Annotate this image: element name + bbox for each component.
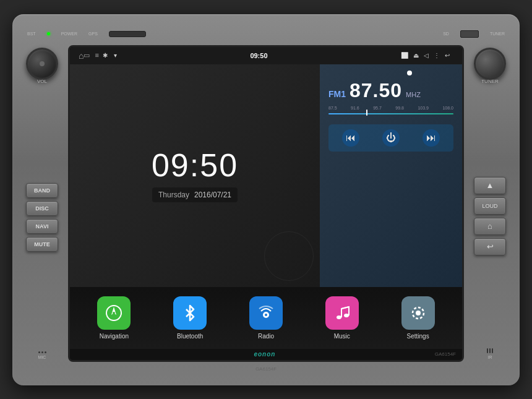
- status-time: 09:50: [250, 52, 267, 59]
- power-led: [47, 32, 50, 35]
- svg-point-8: [416, 311, 421, 315]
- radio-unit: MHZ: [406, 91, 421, 98]
- app-bluetooth[interactable]: Bluetooth: [173, 296, 207, 340]
- tuner-label: TUNER: [481, 79, 499, 84]
- top-bar-left: BST POWER GPS: [27, 31, 146, 37]
- scale-99: 99.8: [395, 106, 404, 110]
- app-navigation[interactable]: Navigation: [97, 296, 131, 340]
- scale-labels: 87.5 91.6 95.7 99.8 103.9 108.0: [328, 106, 453, 110]
- sd-label: SD: [443, 32, 449, 36]
- status-left: ✱ ▾: [103, 52, 117, 59]
- svg-line-7: [341, 307, 349, 309]
- usb-icon: ⏏: [413, 52, 419, 59]
- music-label: Music: [334, 333, 350, 340]
- radio-dot: [407, 71, 412, 75]
- radio-frequency: 87.50: [350, 79, 402, 102]
- settings-svg: [409, 304, 427, 322]
- navigation-label: Navigation: [100, 333, 129, 340]
- radio-controls: ⏮ ⏻ ⏭: [328, 124, 453, 152]
- svg-point-5: [337, 315, 341, 319]
- music-svg: [333, 304, 351, 322]
- nav-bar-icons: ▭ ≡: [84, 51, 98, 59]
- music-icon: [325, 296, 359, 330]
- radio-power-button[interactable]: ⏻: [382, 129, 400, 147]
- eonon-logo: eonon: [254, 351, 275, 358]
- scale-95: 95.7: [373, 106, 382, 110]
- navi-button[interactable]: NAVI: [26, 219, 58, 234]
- screen-content: 09:50 Thursday 2016/07/21 FM1 87.50: [70, 64, 462, 360]
- home-button[interactable]: ⌂: [474, 218, 506, 235]
- disc-button[interactable]: DISC: [26, 201, 58, 216]
- bottom-model: GA6154F: [255, 366, 277, 372]
- clock-date-row: Thursday 2016/07/21: [152, 187, 238, 202]
- vol-label: VOL: [37, 79, 47, 84]
- camera-icon: ⬜: [401, 52, 408, 59]
- top-content: 09:50 Thursday 2016/07/21 FM1 87.50: [70, 64, 462, 287]
- car-unit: BST POWER GPS SD TUNER VOL BAND DISC: [12, 14, 520, 385]
- gps-label: GPS: [88, 32, 98, 36]
- settings-label: Settings: [407, 333, 429, 340]
- radio-scale: 87.5 91.6 95.7 99.8 103.9 108.0: [328, 106, 453, 118]
- ir-holes: [487, 348, 493, 353]
- clock-circle-deco: [264, 231, 314, 281]
- top-bar: BST POWER GPS SD TUNER: [21, 25, 511, 43]
- screenshot-icon: ▭: [84, 51, 90, 59]
- radio-indicator: [366, 109, 367, 116]
- tuner-label-top: TUNER: [490, 32, 505, 36]
- band-button[interactable]: BAND: [26, 183, 58, 198]
- clock-section: 09:50 Thursday 2016/07/21: [70, 64, 320, 287]
- home-nav-icon[interactable]: ⌂: [79, 51, 84, 61]
- mic-label: MIC: [38, 355, 46, 359]
- bottom-bar: GA6154F: [21, 364, 511, 374]
- svg-point-6: [344, 314, 349, 317]
- sd-slot: [460, 30, 479, 38]
- scale-91: 91.6: [351, 106, 359, 110]
- volume-icon: ◁: [424, 52, 429, 59]
- mute-button[interactable]: MUTE: [26, 237, 58, 252]
- app-music[interactable]: Music: [325, 296, 359, 340]
- right-buttons: ▲ LOUD ⌂ ↩: [474, 88, 506, 345]
- app-grid: Navigation Bluetooth: [70, 287, 462, 349]
- ir-label: IR: [488, 355, 492, 359]
- scale-108: 108.0: [442, 106, 453, 110]
- model-number: GA6154F: [435, 351, 456, 357]
- scale-103: 103.9: [418, 106, 429, 110]
- radio-app-icon: [249, 296, 283, 330]
- bluetooth-svg: [181, 304, 199, 322]
- status-right: ⬜ ⏏ ◁ ⋮ ↩: [401, 52, 450, 59]
- tuner-knob[interactable]: [474, 48, 506, 80]
- eject-button[interactable]: ▲: [474, 177, 506, 194]
- radio-band: FM1: [328, 89, 346, 99]
- clock-date: 2016/07/21: [194, 191, 231, 199]
- top-bar-right: SD TUNER: [443, 30, 505, 38]
- radio-prev-button[interactable]: ⏮: [342, 129, 359, 147]
- scale-87: 87.5: [328, 106, 337, 110]
- android-nav-bar: ⌂ ▭ ≡ ✱ ▾ 09:50 ⬜ ⏏ ◁ ⋮ ↩: [70, 47, 462, 64]
- gps-slot: [109, 31, 146, 37]
- app-settings[interactable]: Settings: [401, 296, 435, 340]
- right-panel: TUNER ▲ LOUD ⌂ ↩ IR: [469, 45, 511, 362]
- mic-holes: [38, 351, 46, 353]
- back-hw-button[interactable]: ↩: [474, 238, 506, 255]
- app-radio[interactable]: Radio: [249, 296, 283, 340]
- svg-point-4: [265, 314, 267, 316]
- radio-svg: [257, 304, 275, 322]
- status-bar: ✱ ▾ 09:50 ⬜ ⏏ ◁ ⋮ ↩: [99, 48, 453, 63]
- navigation-svg: [105, 304, 123, 322]
- clock-time: 09:50: [152, 149, 238, 181]
- bluetooth-status-icon: ✱: [103, 52, 108, 59]
- radio-label: Radio: [258, 333, 274, 340]
- svg-point-2: [113, 312, 115, 314]
- settings-icon: [401, 296, 435, 330]
- power-label: POWER: [61, 32, 77, 36]
- left-buttons: BAND DISC NAVI MUTE: [26, 88, 58, 348]
- volume-knob[interactable]: [26, 48, 58, 80]
- loud-button[interactable]: LOUD: [474, 197, 506, 215]
- bluetooth-label: Bluetooth: [177, 333, 203, 340]
- clock-day: Thursday: [158, 191, 189, 199]
- radio-next-button[interactable]: ⏭: [423, 129, 440, 147]
- radio-section: FM1 87.50 MHZ 87.5 91.6 95.7 99.8 103.9: [320, 64, 462, 287]
- radio-scale-bar: [328, 113, 453, 114]
- radio-freq-row: FM1 87.50 MHZ: [328, 79, 453, 102]
- logo-bar: eonon GA6154F: [70, 349, 462, 360]
